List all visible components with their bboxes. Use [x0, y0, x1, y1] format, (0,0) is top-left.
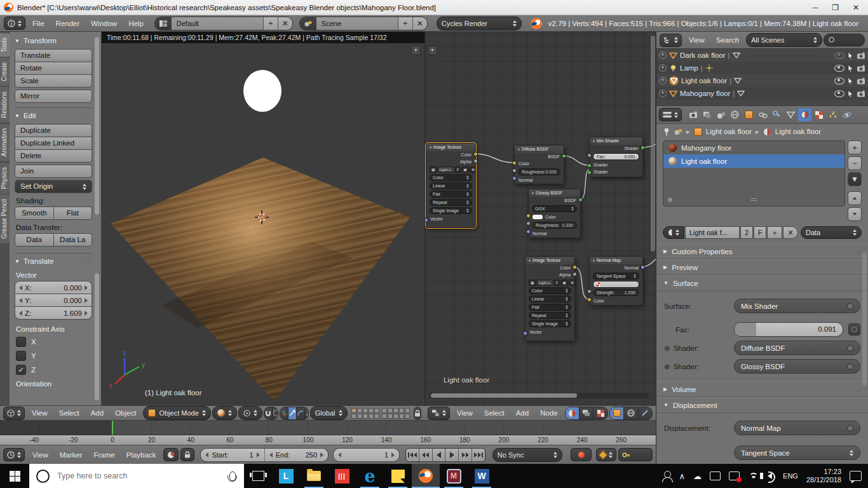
tool-button[interactable]: Scale [15, 75, 92, 88]
open-image-icon[interactable]: ▣ [560, 280, 568, 286]
distribution-dropdown[interactable]: GGX [532, 205, 577, 212]
join-button[interactable]: Join [15, 165, 92, 178]
taskbar-app-edge[interactable]: e [356, 464, 384, 488]
node-enum-dropdown[interactable]: Single Image [430, 207, 472, 214]
tool-button[interactable]: Duplicate Linked [15, 137, 92, 150]
lock-range-toggle[interactable] [180, 448, 194, 461]
visibility-toggle[interactable] [834, 65, 844, 72]
editor-type-button[interactable] [4, 17, 25, 30]
socket-color-out[interactable] [573, 265, 577, 269]
taskbar-app-libreoffice[interactable]: L [272, 464, 300, 488]
menu-item[interactable]: Marker [54, 451, 88, 459]
unlink-image-icon[interactable]: ⊗ [569, 280, 576, 286]
alert-icon[interactable] [729, 471, 740, 480]
outliner-row-lamp[interactable]: + Lamp | [656, 62, 868, 74]
visibility-toggle[interactable] [834, 52, 844, 59]
node-enum-dropdown[interactable]: Flat [430, 191, 472, 198]
socket-normal-in[interactable] [526, 229, 531, 234]
panel-displacement[interactable]: ▼Displacement :::: [656, 397, 868, 413]
tool-button[interactable]: Rotate [15, 62, 92, 75]
node-editor[interactable]: ▾Image Texture Color Alpha ▦ Light o F ▣… [424, 32, 656, 405]
material-specials-button[interactable]: ▼ [848, 172, 862, 186]
node-vscrollbar[interactable] [651, 36, 655, 252]
selectability-toggle[interactable] [847, 51, 854, 60]
tab-world[interactable] [728, 108, 742, 121]
move-slot-down-button[interactable] [848, 207, 862, 221]
action-center-icon[interactable] [850, 471, 862, 481]
tool-shelf-scrollbar[interactable] [95, 37, 99, 215]
open-image-icon[interactable]: ▣ [461, 166, 469, 173]
node-enum-dropdown[interactable]: Linear [430, 182, 472, 189]
socket-color-in[interactable] [587, 297, 592, 302]
node-enum-dropdown[interactable]: Flat [529, 304, 571, 311]
shelf-tab[interactable]: Grease Pencil [0, 194, 10, 243]
visibility-toggle[interactable] [834, 90, 844, 97]
node-hscrollbar[interactable] [429, 393, 649, 398]
socket-bsdf-out[interactable] [578, 198, 583, 202]
socket-alpha-out[interactable] [573, 272, 577, 276]
image-datablock[interactable]: ▦ Light o F ▣ ⊗ [529, 280, 571, 286]
node-enum-dropdown[interactable]: Color [430, 174, 472, 181]
panel-surface[interactable]: ▼Surface :::: [656, 275, 868, 291]
manipulator-rotate-button[interactable] [296, 407, 304, 419]
tool-button[interactable]: Duplicate [15, 124, 92, 137]
menu-item[interactable]: Search [710, 36, 745, 44]
use-preview-range-toggle[interactable] [163, 448, 179, 461]
operator-panel-scrollbar[interactable] [95, 273, 99, 400]
menu-item[interactable]: View [27, 451, 54, 459]
outliner-row-mahogany[interactable]: + Mahogany floor | [656, 87, 868, 100]
pivot-select[interactable] [238, 406, 262, 420]
start-frame-field[interactable]: Start: 1 [201, 449, 264, 461]
add-layout-button[interactable]: ＋ [263, 17, 278, 30]
microphone-icon[interactable] [229, 471, 236, 481]
socket-alpha-out[interactable] [473, 159, 478, 163]
material-slot-light-oak[interactable]: Light oak floor [663, 154, 844, 168]
link-icon[interactable]: ⊕ [664, 344, 670, 353]
fac-slider[interactable]: 0.091 [734, 322, 843, 337]
displacement-button[interactable]: Normal Map [734, 421, 860, 435]
shade-flat-button[interactable]: Flat [54, 207, 93, 220]
close-button[interactable]: ✕ [853, 3, 859, 12]
menu-item[interactable]: Select [478, 409, 510, 417]
roughness-slider[interactable]: Roughness:0.200 [532, 222, 577, 229]
world-context-button[interactable] [623, 407, 637, 419]
node-enum-dropdown[interactable]: Single Image [529, 320, 571, 327]
menu-item[interactable]: Object [109, 409, 142, 417]
taskbar-app-media[interactable]: ||| [328, 464, 356, 488]
socket-shader-out[interactable] [641, 146, 645, 150]
selectability-toggle[interactable] [847, 64, 854, 72]
menu-item[interactable]: Node [534, 409, 564, 417]
menu-item[interactable]: Select [53, 409, 85, 417]
uv-map-field[interactable] [593, 281, 639, 288]
vector-x-field[interactable]: X: 0.000 [15, 281, 92, 294]
jump-to-start-button[interactable] [406, 449, 419, 461]
editor-type-button[interactable] [660, 34, 682, 47]
timeline-ruler[interactable]: -40-200204060801001201401601802002202402… [0, 435, 656, 445]
transform-orientation-select[interactable]: Global [310, 406, 348, 420]
scene-icon[interactable] [300, 17, 316, 30]
delete-scene-button[interactable]: ✕ [412, 17, 427, 30]
data-layout-button[interactable]: Data La [54, 233, 93, 247]
menu-item[interactable]: File [27, 20, 50, 27]
link-icon[interactable]: ⊕ [664, 362, 670, 371]
tab-data[interactable] [784, 108, 797, 121]
add-material-slot-button[interactable]: ＋ [848, 140, 862, 154]
socket-normal-in[interactable] [512, 176, 517, 180]
socket-color-in[interactable] [512, 161, 517, 165]
shelf-tab[interactable]: Tools [0, 33, 10, 57]
space-dropdown[interactable]: Tangent Space [593, 273, 639, 280]
shelf-tab[interactable]: Relations [0, 87, 10, 123]
socket-roughness-in[interactable] [512, 168, 517, 173]
menu-item[interactable]: Add [510, 409, 534, 417]
menu-item[interactable]: View [451, 409, 478, 417]
expand-icon[interactable]: + [659, 51, 667, 59]
menu-item[interactable]: Frame [88, 451, 121, 459]
socket-roughness-in[interactable] [526, 221, 531, 226]
end-frame-field[interactable]: End: 250 [264, 449, 328, 461]
image-datablock[interactable]: ▦ Light o F ▣ ⊗ [430, 166, 472, 173]
display-filter-select[interactable]: All Scenes [746, 33, 822, 47]
constraint-y-checkbox[interactable] [16, 351, 26, 361]
menu-item[interactable]: Window [85, 20, 123, 27]
browse-material-button[interactable] [663, 226, 684, 239]
roughness-slider[interactable]: Roughness:0.000 [518, 168, 560, 175]
